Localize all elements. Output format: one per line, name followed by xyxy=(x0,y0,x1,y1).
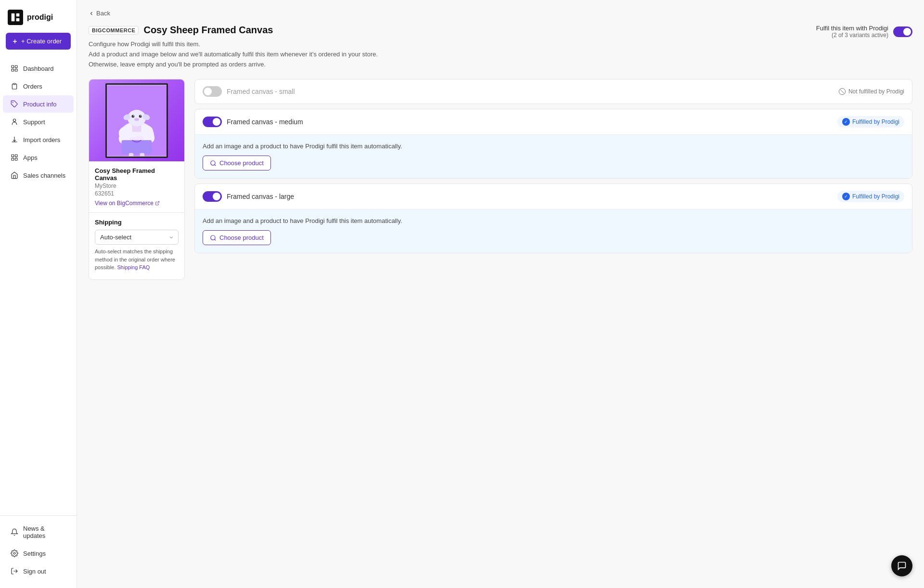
variant-body-text-large: Add an image and a product to have Prodi… xyxy=(203,217,904,224)
svg-rect-7 xyxy=(12,69,14,71)
svg-point-28 xyxy=(133,115,134,116)
fulfilled-label-large: Fulfilled by Prodigi xyxy=(852,193,899,200)
svg-point-26 xyxy=(132,115,135,118)
sidebar-item-settings[interactable]: Settings xyxy=(3,545,74,562)
svg-rect-1 xyxy=(16,13,20,17)
svg-rect-6 xyxy=(15,65,17,68)
variants-panel: Framed canvas - small Not fulfilled by P… xyxy=(194,79,912,280)
sidebar-nav: Dashboard Orders Product info Support Im… xyxy=(0,57,77,515)
product-info-section: Cosy Sheep Framed Canvas MyStore 632651 … xyxy=(89,161,184,207)
product-store: MyStore xyxy=(95,183,179,189)
sidebar-item-label: Orders xyxy=(23,83,42,90)
sidebar-item-orders[interactable]: Orders xyxy=(3,78,74,95)
sidebar-item-news-updates[interactable]: News & updates xyxy=(3,520,74,544)
sidebar-item-label: News & updates xyxy=(23,525,66,539)
svg-rect-11 xyxy=(12,155,14,157)
page-header: BIGCOMMERCE Cosy Sheep Framed Canvas Con… xyxy=(89,25,912,69)
variant-toggle-medium[interactable] xyxy=(203,117,222,127)
svg-rect-14 xyxy=(15,158,17,160)
variant-card-small: Framed canvas - small Not fulfilled by P… xyxy=(194,79,912,104)
variant-card-large: Framed canvas - large ✓ Fulfilled by Pro… xyxy=(194,183,912,253)
sidebar-item-product-info[interactable]: Product info xyxy=(3,95,74,113)
sidebar-logo: prodigi xyxy=(0,0,77,33)
sidebar-item-dashboard[interactable]: Dashboard xyxy=(3,60,74,77)
svg-point-10 xyxy=(13,119,15,121)
not-fulfilled-label: Not fulfilled by Prodigi xyxy=(848,88,904,95)
svg-rect-0 xyxy=(12,13,15,22)
sidebar: prodigi + Create order Dashboard Orders … xyxy=(0,0,77,588)
fulfilled-badge-large: ✓ Fulfilled by Prodigi xyxy=(837,191,904,202)
variant-header-large: Framed canvas - large ✓ Fulfilled by Pro… xyxy=(195,184,912,209)
shipping-select[interactable]: Auto-select Standard Express Overnight xyxy=(95,230,179,245)
variant-card-medium: Framed canvas - medium ✓ Fulfilled by Pr… xyxy=(194,109,912,179)
main-content: Back BIGCOMMERCE Cosy Sheep Framed Canva… xyxy=(77,0,924,588)
fulfil-toggle[interactable] xyxy=(893,26,912,37)
sidebar-item-label: Product info xyxy=(23,101,56,108)
shipping-faq-link[interactable]: Shipping FAQ xyxy=(117,264,150,270)
create-order-button[interactable]: + Create order xyxy=(6,33,71,50)
variant-name-large: Framed canvas - large xyxy=(227,193,294,200)
svg-rect-2 xyxy=(16,18,20,22)
logo-icon xyxy=(8,10,23,25)
not-fulfilled-badge-small: Not fulfilled by Prodigi xyxy=(838,88,904,95)
svg-line-37 xyxy=(840,90,844,94)
variant-header-left-medium: Framed canvas - medium xyxy=(203,117,303,127)
svg-rect-12 xyxy=(15,155,17,157)
svg-rect-5 xyxy=(12,65,14,68)
fulfilled-label: Fulfilled by Prodigi xyxy=(852,118,899,125)
sidebar-item-import-orders[interactable]: Import orders xyxy=(3,131,74,148)
variant-header-left: Framed canvas - small xyxy=(203,86,295,97)
choose-product-button-large[interactable]: Choose product xyxy=(203,230,271,245)
svg-point-38 xyxy=(211,161,215,165)
svg-rect-13 xyxy=(12,158,14,160)
fulfil-toggle-area: Fulfil this item with Prodigi (2 of 3 va… xyxy=(816,25,912,39)
sidebar-item-label: Sales channels xyxy=(23,172,65,179)
shipping-label: Shipping xyxy=(95,219,179,226)
variant-toggle-large[interactable] xyxy=(203,191,222,202)
svg-point-29 xyxy=(141,115,141,116)
sidebar-item-sales-channels[interactable]: Sales channels xyxy=(3,167,74,184)
fulfil-label: Fulfil this item with Prodigi xyxy=(816,25,888,32)
variant-header-left-large: Framed canvas - large xyxy=(203,191,294,202)
svg-point-9 xyxy=(13,102,13,103)
shipping-note: Auto-select matches the shipping method … xyxy=(95,248,179,272)
platform-badge: BIGCOMMERCE xyxy=(89,26,139,35)
fulfilled-dot-large: ✓ xyxy=(842,193,850,200)
svg-rect-8 xyxy=(15,69,17,71)
sidebar-item-label: Sign out xyxy=(23,568,46,575)
page-header-left: BIGCOMMERCE Cosy Sheep Framed Canvas Con… xyxy=(89,25,378,69)
shipping-section: Shipping Auto-select Standard Express Ov… xyxy=(89,212,184,272)
product-name: Cosy Sheep Framed Canvas xyxy=(95,167,179,182)
sidebar-item-label: Settings xyxy=(23,550,46,557)
variant-body-large: Add an image and a product to have Prodi… xyxy=(195,209,912,253)
page-title-row: BIGCOMMERCE Cosy Sheep Framed Canvas xyxy=(89,25,378,36)
variant-name-small: Framed canvas - small xyxy=(227,88,295,95)
svg-point-30 xyxy=(134,118,139,121)
chat-button[interactable] xyxy=(891,555,912,576)
sidebar-item-apps[interactable]: Apps xyxy=(3,149,74,166)
product-card: Cosy Sheep Framed Canvas MyStore 632651 … xyxy=(89,79,185,280)
svg-rect-34 xyxy=(129,153,134,158)
back-link[interactable]: Back xyxy=(89,10,912,17)
variant-body-text-medium: Add an image and a product to have Prodi… xyxy=(203,143,904,150)
product-id: 632651 xyxy=(95,190,179,197)
variant-toggle-small[interactable] xyxy=(203,86,222,97)
fulfilled-badge-medium: ✓ Fulfilled by Prodigi xyxy=(837,116,904,128)
product-link[interactable]: View on BigCommerce xyxy=(95,200,179,207)
content-area: Cosy Sheep Framed Canvas MyStore 632651 … xyxy=(89,79,912,280)
sidebar-bottom: News & updates Settings Sign out xyxy=(0,515,77,588)
sidebar-item-support[interactable]: Support xyxy=(3,113,74,131)
variant-header-medium: Framed canvas - medium ✓ Fulfilled by Pr… xyxy=(195,109,912,134)
product-image xyxy=(89,79,184,161)
svg-point-39 xyxy=(211,235,215,240)
fulfil-sub: (2 of 3 variants active) xyxy=(816,32,888,39)
variant-header-small: Framed canvas - small Not fulfilled by P… xyxy=(195,79,912,104)
fulfilled-dot: ✓ xyxy=(842,118,850,126)
svg-rect-35 xyxy=(140,153,145,158)
sidebar-item-sign-out[interactable]: Sign out xyxy=(3,562,74,580)
variant-name-medium: Framed canvas - medium xyxy=(227,118,303,126)
page-desc-line3: Otherwise, leave empty and you'll be pro… xyxy=(89,60,378,70)
svg-point-27 xyxy=(139,115,142,118)
choose-product-button-medium[interactable]: Choose product xyxy=(203,156,271,170)
page-desc-line1: Configure how Prodigi will fulfil this i… xyxy=(89,39,378,50)
